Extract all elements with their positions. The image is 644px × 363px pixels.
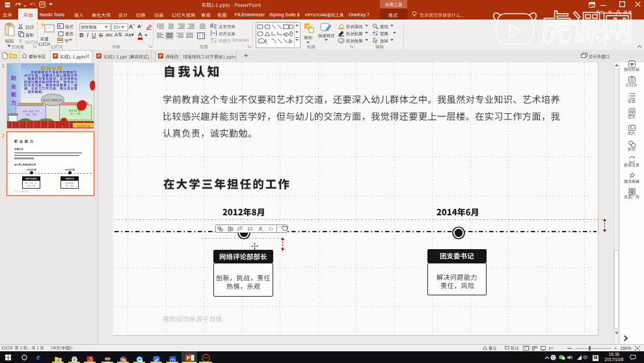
svg-text:P: P: [187, 355, 190, 361]
